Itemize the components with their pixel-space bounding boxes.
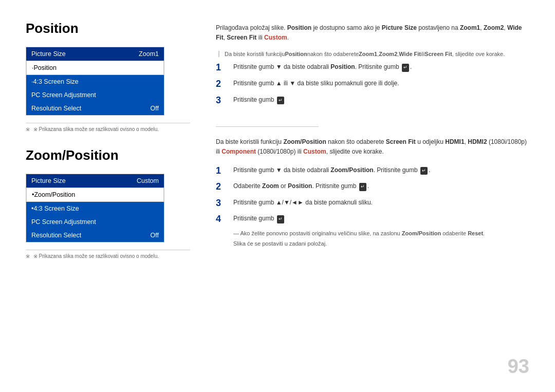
left-column: Position Picture Size Zoom1 ·Position ·4…	[26, 21, 200, 377]
menu-item-pc-adjustment[interactable]: PC Screen Adjustment	[26, 88, 164, 102]
step-text: Pritisnite gumb ▼ da biste odabrali Zoom…	[233, 165, 430, 175]
menu-item-pc-adjustment-2[interactable]: PC Screen Adjustment	[26, 215, 164, 229]
menu-label: •Zoom/Position	[32, 191, 75, 198]
menu-label: Resolution Select	[31, 232, 81, 239]
step-number: 3	[216, 95, 230, 106]
note-icon-2: ※	[26, 253, 30, 259]
position-intro: Prilagođava položaj slike. Position je d…	[216, 23, 529, 43]
step-number: 2	[216, 79, 230, 90]
step-number: 2	[216, 181, 230, 193]
zoom-position-intro: Da biste koristili funkciju Zoom/Positio…	[216, 137, 529, 157]
step-text: Pritisnite gumb ↵	[233, 95, 285, 105]
menu-label: Resolution Select	[31, 105, 81, 112]
zoom-step-2: 2 Odaberite Zoom or Position. Pritisnite…	[216, 181, 529, 193]
zoom-sub-note-1: ― Ako želite ponovno postaviti originaln…	[233, 230, 529, 236]
menu-item-picture-size-2[interactable]: Picture Size Custom	[26, 174, 164, 188]
menu-item-resolution-select[interactable]: Resolution Select Off	[26, 102, 164, 115]
zoom-position-section: Zoom/Position Picture Size Custom •Zoom/…	[26, 147, 190, 259]
menu-item-resolution-select-2[interactable]: Resolution Select Off	[26, 229, 164, 242]
position-steps: 1 Pritisnite gumb ▼ da biste odabrali Po…	[216, 62, 529, 106]
menu-item-picture-size[interactable]: Picture Size Zoom1	[26, 47, 164, 61]
position-step-2: 2 Pritisnite gumb ▲ ili ▼ da biste sliku…	[216, 79, 529, 90]
page: Position Picture Size Zoom1 ·Position ·4…	[0, 0, 555, 392]
step-text: Pritisnite gumb ▲ ili ▼ da biste sliku p…	[233, 79, 399, 88]
position-step-3: 3 Pritisnite gumb ↵	[216, 95, 529, 106]
step-number: 4	[216, 214, 230, 225]
zoom-position-title: Zoom/Position	[26, 147, 190, 163]
step-number: 1	[216, 165, 230, 177]
position-note: ※ ※ Prikazana slika može se razlikovati …	[26, 123, 190, 132]
position-section: Position Picture Size Zoom1 ·Position ·4…	[26, 21, 190, 132]
zoom-step-4: 4 Pritisnite gumb ↵	[216, 214, 529, 225]
separator	[216, 126, 319, 127]
step-text: Pritisnite gumb ▲/▼/◄► da biste pomaknul…	[233, 198, 373, 207]
zoom-step-1: 1 Pritisnite gumb ▼ da biste odabrali Zo…	[216, 165, 529, 177]
position-dash-note: Da biste koristili funkciju Position nak…	[218, 51, 529, 57]
step-number: 3	[216, 198, 230, 209]
menu-item-43-screen-2[interactable]: •4:3 Screen Size	[26, 202, 164, 215]
position-menu-box: Picture Size Zoom1 ·Position ·4:3 Screen…	[26, 47, 164, 116]
page-number: 93	[508, 356, 529, 378]
zoom-position-menu-box: Picture Size Custom •Zoom/Position •4:3 …	[26, 174, 164, 242]
note-icon: ※	[26, 126, 30, 132]
menu-label: ·4:3 Screen Size	[31, 78, 79, 85]
note-content-2: ※ Prikazana slika može se razlikovati ov…	[33, 253, 159, 259]
step-number: 1	[216, 62, 230, 73]
zoom-sub-note-2: Slika će se postaviti u zadani položaj.	[233, 240, 529, 247]
zoom-position-right-section: Da biste koristili funkciju Zoom/Positio…	[216, 137, 529, 247]
step-text: Pritisnite gumb ▼ da biste odabrali Posi…	[233, 62, 412, 72]
note-content: ※ Prikazana slika može se razlikovati ov…	[33, 126, 159, 132]
menu-item-43-screen[interactable]: ·4:3 Screen Size	[26, 75, 164, 88]
zoom-position-steps: 1 Pritisnite gumb ▼ da biste odabrali Zo…	[216, 165, 529, 225]
position-step-1: 1 Pritisnite gumb ▼ da biste odabrali Po…	[216, 62, 529, 73]
menu-label: Picture Size	[31, 177, 66, 184]
menu-label: •4:3 Screen Size	[31, 205, 79, 212]
menu-value: Off	[151, 232, 159, 239]
menu-value: Off	[151, 105, 159, 112]
menu-item-zoom-position[interactable]: •Zoom/Position	[26, 188, 164, 202]
menu-label: Picture Size	[31, 50, 66, 58]
position-right-section: Prilagođava položaj slike. Position je d…	[216, 23, 529, 106]
zoom-step-3: 3 Pritisnite gumb ▲/▼/◄► da biste pomakn…	[216, 198, 529, 209]
zoom-position-note: ※ ※ Prikazana slika može se razlikovati …	[26, 250, 190, 259]
position-title: Position	[26, 21, 190, 36]
menu-item-position[interactable]: ·Position	[26, 61, 164, 75]
step-text: Odaberite Zoom or Position. Pritisnite g…	[233, 181, 369, 191]
menu-label: PC Screen Adjustment	[31, 91, 96, 99]
step-text: Pritisnite gumb ↵	[233, 214, 285, 223]
menu-label: ·Position	[32, 64, 57, 71]
menu-value: Custom	[137, 177, 159, 184]
right-column: Prilagođava položaj slike. Position je d…	[200, 21, 529, 377]
menu-value: Zoom1	[139, 50, 159, 58]
menu-label: PC Screen Adjustment	[31, 218, 96, 226]
